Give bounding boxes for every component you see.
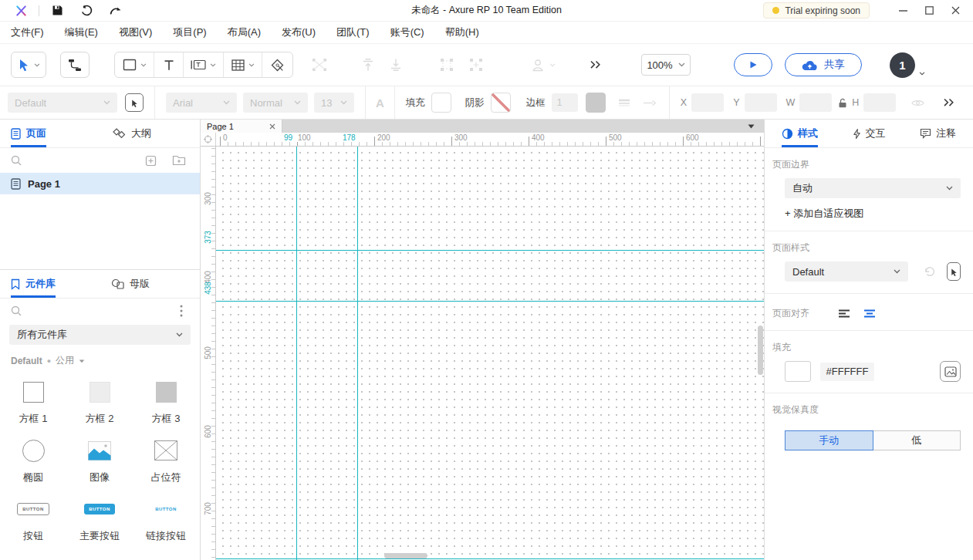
library-menu-button[interactable] — [180, 305, 183, 317]
tab-overflow-button[interactable] — [748, 124, 755, 129]
h-input[interactable] — [863, 93, 896, 112]
arrow-style-button[interactable] — [643, 100, 657, 106]
font-size-select[interactable]: 13 — [314, 93, 354, 113]
page-fill-image-button[interactable] — [940, 361, 961, 382]
reset-style-button[interactable] — [924, 266, 936, 277]
menu-help[interactable]: 帮助(H) — [445, 25, 479, 39]
fidelity-low-button[interactable]: 低 — [873, 430, 961, 450]
text-tool-button[interactable] — [154, 52, 183, 77]
design-canvas[interactable] — [216, 147, 764, 560]
fill-color-swatch[interactable] — [431, 93, 451, 113]
horizontal-guide[interactable] — [216, 558, 764, 559]
tab-library[interactable]: 元件库 — [11, 270, 56, 298]
y-input[interactable] — [745, 93, 777, 112]
fidelity-manual-button[interactable]: 手动 — [785, 430, 873, 450]
trial-badge[interactable]: Trial expiring soon — [763, 2, 870, 19]
default-widget-style-button[interactable] — [531, 59, 556, 72]
tab-pages[interactable]: 页面 — [11, 120, 46, 147]
select-tool-button[interactable] — [11, 52, 46, 78]
aspect-lock-button[interactable] — [838, 98, 847, 108]
w-input[interactable] — [799, 93, 832, 112]
line-weight-button[interactable] — [618, 99, 630, 106]
menu-account[interactable]: 账号(C) — [390, 25, 424, 39]
connector-tool-button[interactable] — [60, 52, 90, 78]
tab-style[interactable]: 样式 — [782, 120, 818, 147]
ruler-origin-button[interactable] — [201, 133, 216, 147]
library-group-header[interactable]: Default ● 公用 — [0, 345, 200, 369]
hide-widget-button[interactable] — [911, 99, 924, 107]
tab-outline[interactable]: 大纲 — [113, 120, 151, 147]
ungroup-button[interactable] — [469, 58, 483, 72]
widget-ellipse[interactable]: 椭圆 — [22, 429, 45, 487]
save-button[interactable] — [46, 2, 69, 20]
shadow-swatch[interactable] — [491, 93, 511, 113]
font-color-button[interactable]: A — [376, 96, 384, 110]
account-chevron-icon[interactable] — [919, 72, 925, 76]
font-weight-select[interactable]: Normal — [243, 93, 308, 113]
widget-h3[interactable]: H3 — [158, 546, 173, 560]
textfield-tool-button[interactable] — [183, 52, 223, 77]
widget-h1[interactable]: H1 — [21, 546, 46, 560]
page-align-left-button[interactable] — [837, 309, 853, 319]
close-tab-icon[interactable] — [269, 123, 275, 130]
add-page-button[interactable] — [145, 155, 157, 167]
border-width-input[interactable]: 1 — [552, 93, 578, 112]
group-button[interactable] — [440, 58, 454, 72]
zoom-select[interactable]: 100% — [641, 54, 691, 76]
menu-team[interactable]: 团队(T) — [336, 25, 370, 39]
border-color-swatch[interactable] — [586, 93, 606, 113]
widget-primary-button[interactable]: BUTTON 主要按钮 — [79, 487, 120, 546]
add-adaptive-view-link[interactable]: + 添加自适应视图 — [785, 207, 973, 221]
rectangle-tool-button[interactable] — [115, 52, 154, 77]
horizontal-scrollbar-thumb[interactable] — [384, 553, 427, 558]
widget-box1[interactable]: 方框 1 — [19, 370, 48, 429]
horizontal-ruler[interactable]: 0 100 200 300 400 500 600 99 178 — [216, 133, 764, 147]
tab-masters[interactable]: 母版 — [111, 270, 150, 298]
transform-points-button[interactable] — [312, 58, 327, 72]
menu-project[interactable]: 项目(P) — [173, 25, 206, 39]
more-format-button[interactable] — [943, 98, 954, 107]
undo-button[interactable] — [75, 2, 98, 20]
pen-tool-button[interactable] — [262, 52, 292, 77]
add-folder-button[interactable] — [172, 155, 186, 166]
page-list-item[interactable]: Page 1 — [0, 173, 200, 194]
menu-publish[interactable]: 发布(U) — [282, 25, 316, 39]
vertical-ruler[interactable]: 300 400 500 600 700 373 438 — [201, 147, 216, 560]
tab-interactions[interactable]: 交互 — [853, 120, 886, 147]
search-icon[interactable] — [11, 305, 22, 316]
widget-style-select[interactable]: Default — [8, 93, 117, 113]
close-button[interactable] — [942, 1, 968, 21]
preview-button[interactable] — [734, 53, 772, 76]
horizontal-guide[interactable] — [216, 250, 764, 251]
widget-box3[interactable]: 方框 3 — [152, 370, 181, 429]
maximize-button[interactable] — [916, 1, 942, 21]
bring-to-front-button[interactable] — [361, 58, 375, 72]
redo-button[interactable] — [104, 2, 127, 20]
widget-h2[interactable]: H2 — [90, 546, 109, 560]
page-style-select[interactable]: Default — [785, 261, 908, 282]
page-align-center-button[interactable] — [862, 309, 877, 319]
menu-arrange[interactable]: 布局(A) — [228, 25, 261, 39]
avatar[interactable]: 1 — [890, 52, 915, 78]
page-style-picker-button[interactable] — [947, 262, 961, 281]
x-input[interactable] — [691, 93, 724, 112]
vertical-guide[interactable] — [357, 147, 358, 560]
widget-image[interactable]: 图像 — [88, 429, 111, 487]
send-to-back-button[interactable] — [389, 58, 403, 72]
vertical-scrollbar-thumb[interactable] — [758, 326, 763, 375]
style-picker-button[interactable] — [125, 93, 144, 112]
share-button[interactable]: 共享 — [785, 53, 862, 76]
more-tools-button[interactable] — [590, 60, 601, 69]
menu-file[interactable]: 文件(F) — [11, 25, 44, 39]
widget-placeholder[interactable]: 占位符 — [151, 429, 181, 487]
vertical-guide[interactable] — [296, 147, 297, 560]
page-fill-hex-input[interactable]: #FFFFFF — [820, 363, 874, 381]
widget-link-button[interactable]: BUTTON 链接按钮 — [146, 487, 186, 546]
search-icon[interactable] — [11, 155, 22, 166]
menu-view[interactable]: 视图(V) — [119, 25, 152, 39]
page-fill-swatch[interactable] — [785, 361, 811, 382]
tab-notes[interactable]: 注释 — [920, 120, 956, 147]
table-tool-button[interactable] — [223, 52, 262, 77]
document-tab[interactable]: Page 1 — [201, 120, 282, 133]
minimize-button[interactable] — [890, 1, 916, 21]
